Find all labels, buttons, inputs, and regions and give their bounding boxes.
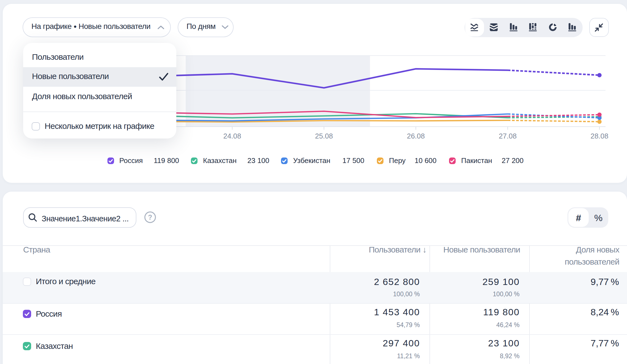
- svg-text:?: ?: [148, 213, 152, 221]
